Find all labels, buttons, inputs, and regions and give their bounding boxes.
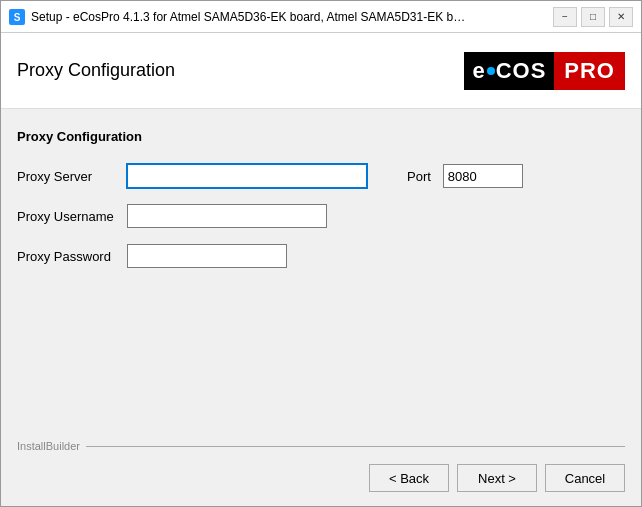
minimize-button[interactable]: − <box>553 7 577 27</box>
back-button[interactable]: < Back <box>369 464 449 492</box>
close-button[interactable]: ✕ <box>609 7 633 27</box>
installbuilder-bar: InstallBuilder <box>1 432 641 456</box>
logo-pro-part: PRO <box>554 52 625 90</box>
header-bar: Proxy Configuration e COS PRO <box>1 33 641 109</box>
proxy-server-input[interactable] <box>127 164 367 188</box>
proxy-password-input[interactable] <box>127 244 287 268</box>
ecos-pro-logo: e COS PRO <box>464 49 625 93</box>
title-bar: S Setup - eCosPro 4.1.3 for Atmel SAMA5D… <box>1 1 641 33</box>
proxy-username-input[interactable] <box>127 204 327 228</box>
main-window: S Setup - eCosPro 4.1.3 for Atmel SAMA5D… <box>0 0 642 507</box>
section-title: Proxy Configuration <box>17 129 625 144</box>
proxy-password-row: Proxy Password <box>17 244 625 268</box>
proxy-username-row: Proxy Username <box>17 204 625 228</box>
logo-cos-text: COS <box>496 58 547 84</box>
proxy-server-row: Proxy Server Port <box>17 164 625 188</box>
port-input[interactable] <box>443 164 523 188</box>
app-icon: S <box>9 9 25 25</box>
svg-text:S: S <box>14 12 21 23</box>
window-title: Setup - eCosPro 4.1.3 for Atmel SAMA5D36… <box>31 10 471 24</box>
cancel-button[interactable]: Cancel <box>545 464 625 492</box>
footer: InstallBuilder < Back Next > Cancel <box>1 432 641 506</box>
logo-ecos-part: e COS <box>464 52 554 90</box>
logo-e-letter: e <box>472 58 485 84</box>
proxy-password-label: Proxy Password <box>17 249 127 264</box>
maximize-button[interactable]: □ <box>581 7 605 27</box>
page-title: Proxy Configuration <box>17 60 175 81</box>
logo-dot <box>487 67 495 75</box>
proxy-server-label: Proxy Server <box>17 169 127 184</box>
main-content: Proxy Configuration Proxy Server Port Pr… <box>1 109 641 432</box>
button-bar: < Back Next > Cancel <box>1 456 641 506</box>
installbuilder-label: InstallBuilder <box>17 440 86 452</box>
title-bar-left: S Setup - eCosPro 4.1.3 for Atmel SAMA5D… <box>9 9 471 25</box>
installbuilder-line <box>86 446 625 447</box>
logo-container: e COS PRO <box>464 49 625 93</box>
proxy-username-label: Proxy Username <box>17 209 127 224</box>
window-controls: − □ ✕ <box>553 7 633 27</box>
logo-pro-text: PRO <box>564 58 615 83</box>
next-button[interactable]: Next > <box>457 464 537 492</box>
port-label: Port <box>407 169 431 184</box>
